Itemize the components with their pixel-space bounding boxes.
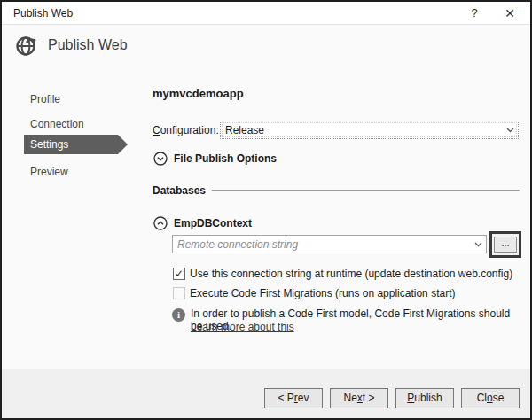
publish-globe-icon — [14, 34, 38, 58]
publish-button[interactable]: Publish — [395, 388, 454, 408]
file-publish-options-toggle[interactable]: File Publish Options — [153, 152, 277, 166]
chevron-up-circle-icon — [153, 216, 168, 230]
chevron-down-icon — [470, 236, 486, 253]
databases-divider — [212, 190, 520, 191]
file-publish-options-label: File Publish Options — [174, 152, 277, 165]
profile-name: mymvcdemoapp — [153, 87, 244, 100]
footer-buttons: < Prev Next > Publish Close — [264, 388, 520, 408]
info-icon: i — [172, 308, 185, 322]
sidebar-item-preview[interactable]: Preview — [24, 162, 118, 182]
chevron-down-circle-icon — [153, 152, 168, 166]
configuration-dropdown[interactable]: Release — [220, 121, 519, 139]
next-button[interactable]: Next > — [330, 388, 388, 408]
configuration-value: Release — [221, 124, 502, 136]
prev-button[interactable]: < Prev — [264, 388, 323, 408]
close-button[interactable]: Close — [461, 388, 520, 408]
execute-migrations-checkbox[interactable] — [173, 287, 185, 299]
page-title: Publish Web — [48, 37, 128, 53]
sidebar-item-connection[interactable]: Connection — [24, 114, 118, 134]
sidebar-item-profile[interactable]: Profile — [24, 89, 118, 109]
use-connection-string-checkbox[interactable]: ✓ — [173, 268, 185, 280]
sidebar-item-settings[interactable]: Settings — [24, 135, 118, 154]
close-icon[interactable]: ✕ — [497, 2, 523, 25]
browse-button[interactable]: ... — [494, 237, 517, 253]
publish-web-dialog: Publish Web ? ✕ Publish Web Profile Conn… — [0, 0, 532, 420]
browse-button-highlight: ... — [489, 231, 521, 258]
use-connection-string-label[interactable]: Use this connection string at runtime (u… — [190, 268, 512, 280]
learn-more-link[interactable]: Learn more about this — [191, 321, 294, 333]
databases-section-label: Databases — [153, 184, 206, 197]
empdbcontext-label: EmpDBContext — [174, 217, 252, 229]
execute-migrations-label[interactable]: Execute Code First Migrations (runs on a… — [190, 287, 455, 299]
check-icon: ✓ — [175, 268, 184, 279]
dialog-header: Publish Web — [14, 32, 128, 58]
chevron-down-icon — [502, 121, 518, 138]
configuration-label: Configuration: — [153, 124, 219, 136]
title-bar: Publish Web ? ✕ — [2, 2, 530, 25]
empdbcontext-toggle[interactable]: EmpDBContext — [153, 216, 252, 230]
window-title: Publish Web — [13, 2, 73, 25]
help-icon[interactable]: ? — [461, 2, 488, 25]
connection-string-dropdown[interactable]: Remote connection string — [172, 235, 487, 253]
connection-string-placeholder: Remote connection string — [173, 238, 470, 251]
